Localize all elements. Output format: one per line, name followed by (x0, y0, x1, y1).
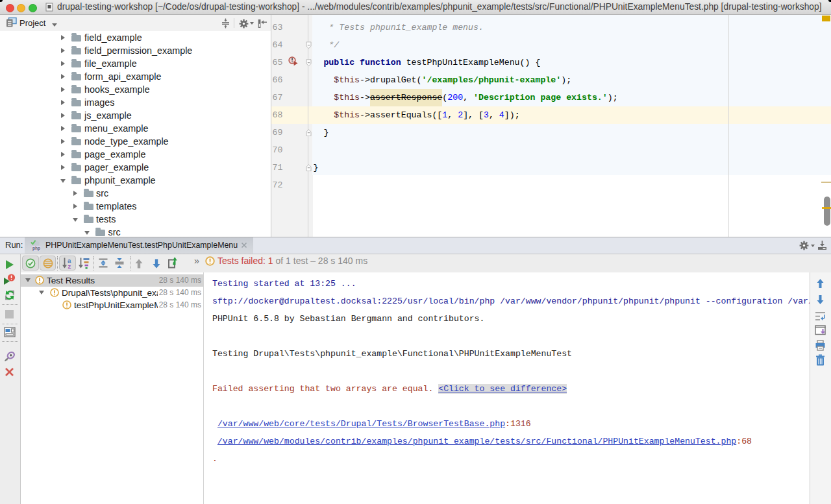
svg-text:z: z (68, 263, 71, 270)
svg-text:php: php (32, 246, 40, 251)
